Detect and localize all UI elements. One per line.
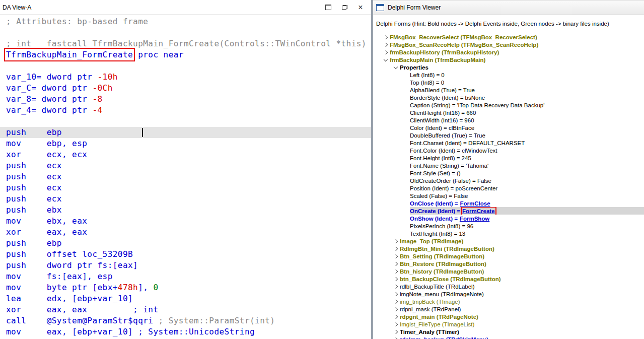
tree-row[interactable]: ClientHeight (Int16) = 660 (373, 109, 644, 116)
asm-line[interactable] (0, 27, 371, 38)
tree-row[interactable]: rdpnl_mask (TRdPanel) (373, 305, 644, 313)
tree-row[interactable]: Image_Top (TRdImage) (373, 237, 644, 245)
asm-line[interactable]: mov ebp, esp (0, 138, 371, 149)
tree-row[interactable]: Btn_Restore (TRdImageButton) (373, 260, 644, 267)
asm-line[interactable] (0, 60, 371, 72)
event-handler-link[interactable]: FormClose (460, 200, 490, 207)
chevron-right-icon[interactable] (391, 278, 400, 281)
tree-row[interactable]: BorderStyle (Ident) = bsNone (373, 94, 644, 101)
chevron-right-icon[interactable] (381, 43, 390, 46)
tree-row[interactable]: RdImgBtn_Mini (TRdImageButton) (373, 245, 644, 252)
tree-row[interactable]: img_tmpBack (TImage) (373, 298, 644, 305)
tree-row[interactable]: frmBackupHistory (TfrmBackupHistory) (373, 48, 644, 56)
tree-row[interactable]: Font.Style (Set) = () (373, 169, 644, 177)
tree-row[interactable]: AlphaBlend (True) = True (373, 86, 644, 94)
asm-line[interactable]: var_8= dword ptr -8 (0, 94, 371, 105)
tree-row[interactable]: PixelsPerInch (Int8) = 96 (373, 222, 644, 230)
tree-row[interactable]: Font.Charset (Ident) = DEFAULT_CHARSET (373, 139, 644, 147)
asm-line[interactable] (0, 116, 371, 127)
event-handler-link-highlighted[interactable]: FormCreate (462, 208, 495, 214)
chevron-down-icon[interactable] (391, 66, 400, 69)
asm-line[interactable]: xor eax, eax (0, 227, 371, 238)
asm-line[interactable]: lea edx, [ebp+var_10] (0, 293, 371, 304)
asm-line[interactable]: mov fs:[eax], esp (0, 271, 371, 282)
tree-row[interactable]: Color (Ident) = clBtnFace (373, 124, 644, 131)
tree-row[interactable]: Font.Height (Int8) = 245 (373, 154, 644, 162)
ida-view-titlebar[interactable]: DA View-A (0, 0, 371, 15)
tree-row[interactable]: OnClose (Ident) =FormClose (373, 199, 644, 207)
asm-line[interactable]: push ecx (0, 193, 371, 205)
chevron-down-icon[interactable] (381, 59, 390, 61)
asm-line[interactable]: xor eax, eax ; int (0, 304, 371, 315)
tree-row[interactable]: Caption (String) = 'iTop Data Recovery D… (373, 101, 644, 109)
tree-row[interactable]: FMsgBox_ScanRecoHelp (TFMsgBox_ScanRecoH… (373, 41, 644, 48)
tree-row[interactable]: DoubleBuffered (True) = True (373, 131, 644, 139)
asm-line[interactable]: push ecx (0, 171, 371, 182)
tree-row[interactable]: rdlbl_BackupTitle (TRdLabel) (373, 283, 644, 290)
asm-line[interactable]: mov byte ptr [ebx+478h], 0 (0, 282, 371, 293)
chevron-right-icon[interactable] (391, 293, 400, 296)
asm-line[interactable]: var_4= dword ptr -4 (0, 105, 371, 116)
tree-row[interactable]: rdsknm_backup (TRdSkinMenu) (373, 335, 644, 339)
tree-row[interactable]: frmBackupMain (TfrmBackupMain) (373, 56, 644, 63)
tree-row[interactable]: Btn_history (TRdImageButton) (373, 267, 644, 275)
asm-line[interactable]: push dword ptr fs:[eax] (0, 260, 371, 271)
chevron-right-icon[interactable] (381, 36, 390, 39)
tree-row[interactable]: Scaled (False) = False (373, 192, 644, 199)
asm-line[interactable]: push ebp (0, 238, 371, 249)
float-button[interactable] (341, 4, 348, 11)
tree-row[interactable]: OnShow (Ident) =FormShow (373, 215, 644, 222)
chevron-right-icon[interactable] (391, 315, 400, 318)
tree-row[interactable]: btn_BackupClose (TRdImageButton) (373, 275, 644, 283)
tree-row[interactable]: FMsgBox_RecoverSelect (TFMsgBox_RecoverS… (373, 33, 644, 41)
chevron-right-icon[interactable] (391, 308, 400, 311)
tree-row[interactable]: Font.Color (Ident) = clWindowText (373, 147, 644, 154)
chevron-right-icon[interactable] (391, 255, 400, 258)
asm-line[interactable]: push ecx (0, 160, 371, 171)
chevron-right-icon[interactable] (391, 240, 400, 243)
chevron-right-icon[interactable] (391, 323, 400, 326)
tree-row[interactable]: Left (Int8) = 0 (373, 71, 644, 79)
chevron-right-icon[interactable] (391, 270, 400, 273)
tree-row[interactable]: OnCreate (Ident) =FormCreate (373, 207, 644, 215)
tree-row[interactable]: OldCreateOrder (False) = False (373, 177, 644, 184)
tree-row[interactable]: Font.Name (String) = 'Tahoma' (373, 162, 644, 169)
close-button[interactable] (357, 4, 364, 11)
tree-row[interactable]: TextHeight (Int8) = 13 (373, 230, 644, 237)
asm-line[interactable]: mov ebx, eax (0, 216, 371, 227)
tree-row[interactable]: Position (Ident) = poScreenCenter (373, 184, 644, 192)
tree-row[interactable]: imgNote_menu (TRdImageNote) (373, 290, 644, 298)
asm-line[interactable]: xor ecx, ecx (0, 149, 371, 160)
asm-line[interactable]: push ecx (0, 182, 371, 193)
chevron-right-icon[interactable] (391, 285, 400, 288)
tree-row[interactable]: Properties (373, 63, 644, 71)
asm-line[interactable]: push ebx (0, 205, 371, 216)
asm-line[interactable]: push offset loc_53209B (0, 249, 371, 260)
asm-line[interactable]: call @System@ParamStr$qqri ; System::Par… (0, 315, 371, 326)
chevron-right-icon[interactable] (391, 300, 400, 303)
chevron-right-icon[interactable] (391, 330, 400, 333)
tree-row[interactable]: Imglst_FileType (TImageList) (373, 320, 644, 328)
maximize-button[interactable] (325, 4, 332, 11)
asm-line[interactable]: var_C= dword ptr -0Ch (0, 83, 371, 94)
asm-line[interactable]: var_10= dword ptr -10h (0, 72, 371, 83)
disassembly-view[interactable]: ; Attributes: bp-based frame ; int __fas… (0, 15, 371, 337)
tree-text: Font.Name (String) = 'Tahoma' (410, 163, 488, 169)
asm-line[interactable]: ; int __fastcall TfrmBackupMain_FormCrea… (0, 38, 371, 49)
asm-text: call @System@ParamStr$qqri (6, 316, 158, 325)
chevron-right-icon[interactable] (391, 262, 400, 265)
tree-row[interactable]: Btn_Setting (TRdImageButton) (373, 252, 644, 260)
tree-row[interactable]: Timer_Analy (TTimer) (373, 328, 644, 335)
asm-text: ; int __fastcall TfrmBackupMain_FormCrea… (6, 39, 367, 48)
tree-row[interactable]: ClientWidth (Int16) = 960 (373, 116, 644, 124)
asm-line[interactable]: TfrmBackupMain_FormCreate proc near (0, 49, 371, 60)
chevron-right-icon[interactable] (381, 51, 390, 54)
asm-line-current[interactable]: push ebp (0, 127, 371, 138)
delphi-viewer-titlebar[interactable]: Delphi Form Viewer (373, 0, 644, 15)
tree-row[interactable]: Top (Int8) = 0 (373, 79, 644, 86)
event-handler-link[interactable]: FormShow (460, 216, 489, 222)
chevron-right-icon[interactable] (391, 247, 400, 250)
asm-line[interactable]: mov eax, [ebp+var_10] ; System::UnicodeS… (0, 326, 371, 337)
asm-line[interactable]: ; Attributes: bp-based frame (0, 16, 371, 27)
tree-row[interactable]: rdpgnt_main (TRdPageNote) (373, 313, 644, 320)
